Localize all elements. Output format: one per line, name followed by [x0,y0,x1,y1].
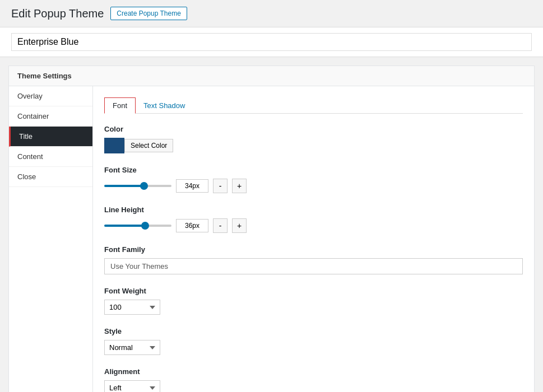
font-size-slider[interactable] [104,185,171,187]
line-height-plus-button[interactable]: + [232,218,247,233]
font-size-minus-button[interactable]: - [213,179,228,193]
tab-font[interactable]: Font [104,97,136,114]
font-size-plus-button[interactable]: + [232,179,247,193]
font-family-input[interactable] [104,258,523,274]
color-row: Select Color [104,138,523,153]
line-height-field-group: Line Height - + [104,206,523,233]
color-label: Color [104,125,523,133]
sidebar-item-content[interactable]: Content [9,147,92,167]
style-select[interactable]: Normal Italic Oblique [104,340,160,355]
page-header: Edit Popup Theme Create Popup Theme [0,0,543,27]
alignment-select[interactable]: Left Center Right Justify [104,380,160,392]
page-title: Edit Popup Theme [11,7,104,20]
line-height-label: Line Height [104,206,523,214]
sidebar-item-close[interactable]: Close [9,167,92,187]
style-label: Style [104,327,523,335]
select-color-button[interactable]: Select Color [124,139,173,152]
sidebar: Overlay Container Title Content Close [9,86,93,392]
font-size-input[interactable] [176,179,208,193]
font-size-label: Font Size [104,166,523,174]
line-height-slider[interactable] [104,225,171,227]
font-size-slider-row: - + [104,179,523,193]
font-family-field-group: Font Family [104,245,523,274]
sidebar-item-container[interactable]: Container [9,106,92,127]
alignment-field-group: Alignment Left Center Right Justify [104,367,523,392]
line-height-minus-button[interactable]: - [213,218,228,233]
color-field-group: Color Select Color [104,125,523,153]
style-field-group: Style Normal Italic Oblique [104,327,523,355]
tab-bar: Font Text Shadow [104,97,523,114]
font-weight-label: Font Weight [104,287,523,295]
font-weight-select[interactable]: 100 200 300 400 500 600 700 800 900 [104,300,160,315]
sidebar-item-overlay[interactable]: Overlay [9,86,92,106]
main-card: Theme Settings Overlay Container Title C… [8,66,535,392]
font-family-label: Font Family [104,245,523,254]
create-popup-theme-button[interactable]: Create Popup Theme [110,7,187,20]
line-height-input[interactable] [176,219,208,232]
card-body: Overlay Container Title Content Close Fo… [9,86,534,392]
color-swatch[interactable] [104,138,124,153]
tab-text-shadow[interactable]: Text Shadow [136,97,193,113]
font-size-field-group: Font Size - + [104,166,523,193]
font-weight-field-group: Font Weight 100 200 300 400 500 600 700 … [104,287,523,315]
theme-name-input[interactable] [11,33,532,51]
sidebar-item-title[interactable]: Title [9,127,92,147]
card-header: Theme Settings [9,66,534,86]
content-area: Font Text Shadow Color Select Color Font… [93,86,534,392]
alignment-label: Alignment [104,367,523,376]
line-height-slider-row: - + [104,218,523,233]
theme-name-bar [0,27,543,57]
